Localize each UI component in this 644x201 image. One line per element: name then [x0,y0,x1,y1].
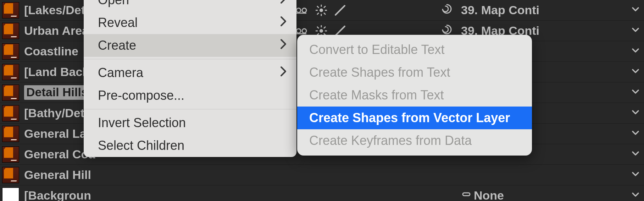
svg-line-10 [324,6,326,8]
submenu-item-shapes-from-vector-layer[interactable]: Create Shapes from Vector Layer [297,107,532,129]
layer-type-icon [2,64,19,80]
chevron-down-icon [631,24,640,38]
layer-name-label: [Backgroun [24,189,91,201]
menu-item-label: Create Shapes from Text [309,65,450,80]
svg-line-23 [324,27,326,28]
svg-rect-26 [463,193,470,196]
layer-name-label: [Lakes/Deta [24,3,92,17]
layer-type-icon [2,126,19,142]
chevron-down-icon [631,44,640,58]
submenu-item-keyframes-from-data[interactable]: Create Keyframes from Data [297,129,532,152]
menu-item-camera[interactable]: Camera [84,61,296,84]
menu-item-precompose[interactable]: Pre-compose... [84,84,296,107]
menu-item-label: Open [98,0,129,7]
menu-item-label: Pre-compose... [98,88,184,103]
menu-item-label: Camera [98,65,143,80]
chevron-right-icon [279,15,287,30]
context-submenu-create: Convert to Editable Text Create Shapes f… [297,35,532,156]
quality-icon[interactable] [315,4,328,17]
parent-pickwhip-icon[interactable] [461,189,472,201]
submenu-item-convert-editable-text[interactable]: Convert to Editable Text [297,38,532,61]
layer-switches[interactable] [294,3,355,17]
chevron-down-icon [631,3,640,17]
chevron-down-icon [631,168,640,182]
motion-blur-icon[interactable] [436,2,457,18]
svg-point-13 [296,29,301,33]
menu-item-label: Select Children [98,138,184,153]
svg-line-25 [335,26,345,36]
svg-line-12 [335,6,345,15]
menu-item-label: Create [98,38,136,53]
menu-item-create[interactable]: Create [84,34,296,57]
svg-line-9 [324,13,326,15]
svg-line-8 [317,6,319,8]
layer-type-icon [2,188,19,201]
menu-item-label: Invert Selection [98,115,186,130]
svg-line-11 [317,13,319,15]
layer-name-label: Coastline [24,44,78,58]
menu-item-label: Reveal [98,15,138,30]
parent-link-dropdown[interactable] [461,168,644,182]
svg-point-3 [320,9,323,12]
svg-point-0 [296,8,301,12]
layer-type-icon [2,2,19,18]
layer-type-icon [2,43,19,60]
svg-point-14 [302,29,306,33]
chevron-down-icon [631,147,640,161]
menu-item-label: Convert to Editable Text [309,42,445,57]
layer-type-icon [2,85,19,101]
chevron-down-icon [631,106,640,120]
menu-item-label: Create Masks from Text [309,88,444,103]
chevron-right-icon [279,0,287,7]
chevron-right-icon [279,38,287,53]
layer-switches-row: 39. Map Conti [294,0,644,21]
chevron-down-icon [631,86,640,99]
menu-item-invert-selection[interactable]: Invert Selection [84,112,296,134]
submenu-item-masks-from-text[interactable]: Create Masks from Text [297,84,532,107]
layer-type-icon [2,23,19,39]
chevron-down-icon [631,127,640,141]
menu-separator [84,109,296,109]
svg-point-1 [302,8,306,12]
parent-name-label: 39. Map Conti [461,3,628,17]
layer-name-label: [Bathy/Deta [24,106,91,120]
layer-switches-row [294,165,644,185]
menu-separator [84,59,296,59]
chevron-right-icon [279,65,287,80]
menu-item-open[interactable]: Open [84,0,296,11]
layer-type-icon [2,167,19,183]
collapse-transforms-icon[interactable] [294,3,309,17]
menu-item-label: Create Keyframes from Data [309,133,472,148]
layer-switches-row: None [294,185,644,201]
svg-line-21 [317,27,319,28]
context-menu: Open Reveal Create Camera Pre-compose...… [84,0,296,157]
parent-link-dropdown[interactable]: None [461,189,644,201]
menu-item-reveal[interactable]: Reveal [84,11,296,34]
parent-link-dropdown[interactable]: 39. Map Conti [461,3,644,17]
layer-type-icon [2,105,19,121]
layer-name-label: General Hill [24,168,91,182]
menu-item-select-children[interactable]: Select Children [84,134,296,157]
parent-name-label: None [474,189,628,201]
chevron-down-icon [631,65,640,79]
svg-point-16 [320,29,323,33]
layer-type-icon [2,146,19,163]
menu-item-label: Create Shapes from Vector Layer [309,110,510,125]
frame-blend-icon[interactable] [334,4,346,16]
layer-name-label: General Lak [24,127,93,141]
chevron-down-icon [631,189,640,201]
submenu-item-shapes-from-text[interactable]: Create Shapes from Text [297,61,532,84]
